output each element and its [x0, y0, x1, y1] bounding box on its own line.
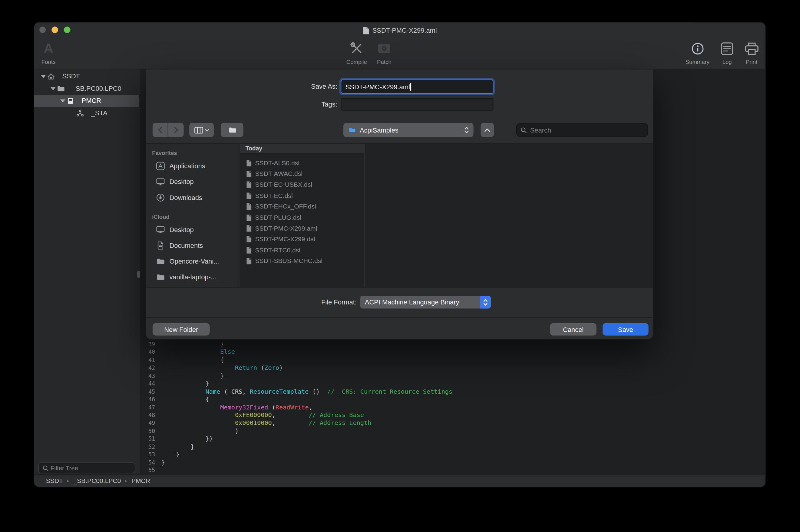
- code-line: 45 Name (_CRS, ResourceTemplate () // _C…: [140, 388, 765, 396]
- chevron-right-icon: [173, 127, 179, 134]
- zoom-button[interactable]: [64, 26, 71, 33]
- file-format-popup[interactable]: ACPI Machine Language Binary: [360, 296, 491, 308]
- places-item-desktop[interactable]: Desktop: [146, 174, 239, 190]
- code-line: 53 }: [140, 451, 765, 459]
- places-item-label: Documents: [169, 242, 203, 249]
- breadcrumb-separator: ▸: [67, 478, 69, 483]
- places-item-documents[interactable]: Documents: [146, 238, 239, 253]
- file-name: SSDT-EC-USBX.dsl: [255, 181, 312, 189]
- file-name: SSDT-PMC-X299.aml: [255, 225, 317, 232]
- up-down-chevrons-icon: [464, 126, 469, 134]
- line-number: 51: [140, 435, 155, 442]
- chevron-up-icon: [484, 128, 490, 132]
- file-row[interactable]: SSDT-PMC-X299.aml: [240, 223, 364, 234]
- file-row[interactable]: SSDT-SBUS-MCHC.dsl: [240, 256, 364, 267]
- line-number: 50: [140, 428, 155, 434]
- places-item-label: vanilla-laptop-...: [169, 273, 216, 281]
- file-row[interactable]: SSDT-EC-USBX.dsl: [240, 179, 364, 190]
- divider: [146, 287, 653, 288]
- cancel-button[interactable]: Cancel: [550, 323, 596, 335]
- document-icon: [246, 225, 252, 232]
- file-row[interactable]: SSDT-EHCx_OFF.dsl: [240, 201, 364, 212]
- save-button[interactable]: Save: [602, 323, 649, 335]
- breadcrumb-item[interactable]: _SB.PC00.LPC0: [73, 477, 121, 484]
- file-browser-empty-column: [364, 144, 653, 287]
- code-line: 51 }): [140, 435, 765, 443]
- summary-label: Summary: [683, 59, 711, 65]
- tags-input[interactable]: [341, 98, 494, 111]
- code-line: 54}: [140, 459, 765, 467]
- tree-item-label: _STA: [91, 107, 108, 119]
- breadcrumb-item[interactable]: SSDT: [46, 477, 63, 484]
- places-item-downloads[interactable]: Downloads: [146, 190, 239, 206]
- forward-button[interactable]: [168, 123, 184, 137]
- fonts-icon: A: [43, 42, 53, 55]
- line-number: 52: [140, 443, 155, 450]
- file-row[interactable]: SSDT-AWAC.dsl: [240, 169, 364, 179]
- file-row[interactable]: SSDT-EC.dsl: [240, 190, 364, 201]
- parent-folder-button[interactable]: [481, 123, 494, 137]
- tree-item-label: SSDT: [62, 71, 80, 82]
- places-item-opencore-vani-[interactable]: Opencore-Vani...: [146, 253, 239, 269]
- compile-button[interactable]: Compile: [342, 39, 371, 65]
- folder-icon: [227, 126, 237, 134]
- line-number: 53: [140, 451, 155, 458]
- blue-folder-icon: [348, 127, 356, 134]
- document-icon: [246, 247, 252, 254]
- fonts-button[interactable]: A Fonts: [34, 39, 63, 65]
- filter-tree-field[interactable]: Filter Tree: [38, 462, 135, 473]
- patch-icon: [370, 39, 398, 58]
- code-line: 40 Else: [140, 348, 765, 357]
- code-line: 52 }: [140, 443, 765, 451]
- downloads-icon: [156, 193, 165, 202]
- places-item-vanilla-laptop-[interactable]: vanilla-laptop-...: [146, 269, 239, 285]
- filter-tree-placeholder: Filter Tree: [51, 464, 78, 472]
- print-button[interactable]: Print: [737, 39, 765, 65]
- line-number: 45: [140, 388, 155, 395]
- line-number: 47: [140, 404, 155, 411]
- tree-item-ssdt[interactable]: SSDT: [34, 71, 139, 82]
- close-button[interactable]: [39, 26, 46, 33]
- file-row[interactable]: SSDT-PMC-X299.dsl: [240, 234, 364, 245]
- disclosure-triangle-icon[interactable]: [60, 99, 66, 102]
- code-line: 41 {: [140, 357, 765, 364]
- search-input[interactable]: Search: [516, 124, 648, 137]
- breadcrumb-item[interactable]: PMCR: [131, 477, 150, 484]
- disclosure-triangle-icon[interactable]: [51, 87, 56, 90]
- places-item-applications[interactable]: Applications: [146, 158, 239, 174]
- file-row[interactable]: SSDT-ALS0.dsl: [240, 158, 364, 169]
- file-row[interactable]: SSDT-PLUG.dsl: [240, 212, 364, 223]
- places-item-desktop[interactable]: Desktop: [146, 222, 239, 238]
- code-line: 48 0xFE000000, // Address Base: [140, 412, 765, 419]
- folder-button[interactable]: [221, 123, 243, 137]
- titlebar-toolbar: SSDT-PMC-X299.aml A Fonts Compile Patch …: [34, 22, 765, 69]
- file-name: SSDT-RTC0.dsl: [255, 247, 300, 254]
- summary-button[interactable]: Summary: [683, 39, 711, 65]
- text-caret: [410, 83, 411, 91]
- view-mode-button[interactable]: [189, 123, 214, 137]
- printer-icon: [737, 39, 765, 58]
- tree-item-_sta[interactable]: _STA: [34, 107, 139, 119]
- disclosure-triangle-icon[interactable]: [41, 75, 46, 78]
- back-button[interactable]: [153, 123, 168, 137]
- tree-item-pmcr[interactable]: PMCR: [34, 95, 139, 107]
- line-number: 48: [140, 412, 155, 419]
- code-line: 50 ): [140, 427, 765, 435]
- location-value: AcpiSamples: [360, 126, 398, 134]
- code-line: 43 }: [140, 372, 765, 380]
- print-label: Print: [737, 59, 765, 65]
- maciasl-window: SSDT-PMC-X299.aml A Fonts Compile Patch …: [34, 22, 765, 487]
- minimize-button[interactable]: [52, 26, 58, 33]
- code-line: 42 Return (Zero): [140, 364, 765, 372]
- file-row[interactable]: SSDT-RTC0.dsl: [240, 245, 364, 256]
- save-as-input[interactable]: SSDT-PMC-X299.aml: [341, 80, 494, 94]
- location-popup[interactable]: AcpiSamples: [343, 123, 473, 137]
- places-item-label: Desktop: [169, 178, 193, 186]
- patch-button[interactable]: Patch: [370, 39, 398, 65]
- code-line: 47 Memory32Fixed (ReadWrite,: [140, 404, 765, 412]
- search-icon: [521, 127, 527, 133]
- tree-item-_sb.pc00.lpc0[interactable]: _SB.PC00.LPC0: [34, 82, 139, 95]
- line-number: 41: [140, 357, 155, 363]
- search-icon: [42, 465, 48, 471]
- new-folder-button[interactable]: New Folder: [153, 323, 210, 335]
